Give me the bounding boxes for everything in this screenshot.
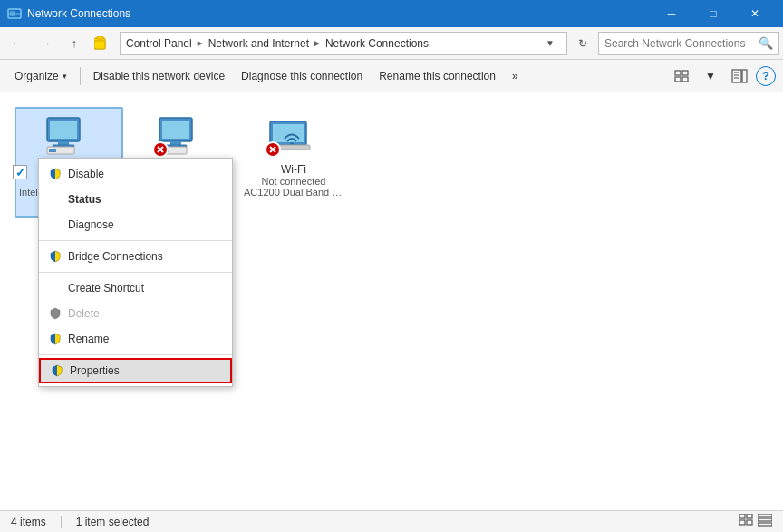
rename-button[interactable]: Rename this connection [372,63,503,89]
ctx-sep-2 [39,272,232,273]
breadcrumb-network-connections: Network Connections [325,37,429,50]
network-item-wifi[interactable]: Wi-Fi Not connected AC1200 Dual Band Wir… [239,107,348,218]
window-title: Network Connections [27,7,651,20]
search-icon[interactable]: 🔍 [759,36,773,50]
close-button[interactable]: ✕ [734,0,776,27]
svg-rect-11 [742,70,747,82]
statusbar: 4 items 1 item selected [0,510,783,532]
addressbar: ← → ↑ Control Panel ► Network and Intern… [0,27,783,60]
svg-rect-4 [94,41,105,49]
ctx-disable[interactable]: Disable [39,161,232,187]
ctx-status-label: Status [68,193,102,206]
breadcrumb-bar: Control Panel ► Network and Internet ► N… [120,32,567,55]
help-button[interactable]: ? [756,66,776,86]
refresh-button[interactable]: ↻ [571,32,594,55]
ctx-rename-label: Rename [68,333,109,345]
ctx-shortcut[interactable]: Create Shortcut [39,276,232,301]
titlebar: Network Connections ─ □ ✕ [0,0,783,27]
diagnose-button[interactable]: Diagnose this connection [234,63,370,89]
up-button[interactable]: ↑ [62,31,87,56]
selected-count: 1 item selected [76,516,150,528]
statusbar-grid-icon[interactable] [740,514,754,529]
view-options-button[interactable] [669,63,694,89]
svg-rect-17 [58,141,69,145]
toolbar-right: ▼ ? [669,63,776,89]
ctx-delete[interactable]: Delete [39,301,232,326]
search-input[interactable] [604,37,759,50]
preview-pane-button[interactable] [727,63,752,89]
svg-rect-20 [49,149,56,152]
diagnose-label: Diagnose this connection [241,70,362,82]
search-box: 🔍 [598,32,779,55]
wifi-name: Wi-Fi [281,163,306,176]
window-icon [7,6,22,21]
svg-rect-8 [675,77,681,82]
disable-network-button[interactable]: Disable this network device [86,63,232,89]
ctx-shortcut-label: Create Shortcut [68,282,144,295]
view-dropdown-button[interactable]: ▼ [698,63,723,89]
disable-label: Disable this network device [93,70,225,82]
more-button[interactable]: » [505,63,526,89]
svg-rect-39 [740,520,745,525]
ctx-diagnose-label: Diagnose [68,218,114,231]
delete-shield-icon [48,306,63,321]
back-button[interactable]: ← [4,31,29,56]
svg-rect-43 [758,523,772,526]
bridge-shield-icon [48,249,63,264]
svg-rect-42 [758,518,772,521]
context-menu: Disable Status Diagnose Bridge Connectio… [38,158,233,387]
ethernet0-checkbox[interactable]: ✓ [13,165,27,179]
statusbar-right [740,514,772,529]
statusbar-sep [61,516,62,528]
ethernet0-icon [40,116,98,160]
window-controls: ─ □ ✕ [651,0,776,27]
breadcrumb-control-panel[interactable]: Control Panel [126,37,192,50]
ctx-status[interactable]: Status [39,187,232,212]
svg-rect-37 [740,514,745,518]
rename-label: Rename this connection [379,70,496,82]
address-dropdown[interactable]: ▼ [539,32,561,55]
svg-rect-41 [758,514,772,517]
toolbar-sep-1 [80,67,81,85]
organize-chevron: ▾ [63,72,67,81]
maximize-button[interactable]: □ [692,0,734,27]
ctx-sep-3 [39,354,232,355]
svg-rect-5 [97,36,103,39]
wifi-icon [265,116,323,160]
svg-rect-38 [747,514,752,518]
forward-button[interactable]: → [33,31,58,56]
ctx-properties-label: Properties [70,364,120,377]
properties-shield-icon [50,363,64,378]
ctx-rename[interactable]: Rename [39,326,232,352]
main-content: Ethernet0 tsunami Intel(R) 82574L Gigabi… [0,92,783,510]
item-count: 4 items [11,516,46,528]
toolbar: Organize ▾ Disable this network device D… [0,60,783,92]
breadcrumb-network-internet[interactable]: Network and Internet [208,37,309,50]
breadcrumb-sep-1: ► [196,38,205,48]
checkbox-check: ✓ [15,166,25,179]
svg-rect-16 [50,121,77,139]
ctx-bridge[interactable]: Bridge Connections [39,244,232,269]
rename-shield-icon [48,332,63,346]
disable-shield-icon [48,167,63,181]
ctx-delete-label: Delete [68,307,100,320]
svg-rect-7 [682,71,688,75]
organize-button[interactable]: Organize ▾ [7,63,74,89]
wifi-sub: Not connected [262,176,326,187]
ctx-diagnose[interactable]: Diagnose [39,212,232,237]
statusbar-list-icon[interactable] [758,514,772,529]
svg-rect-9 [682,77,688,82]
ethernet1-icon [152,116,210,160]
svg-rect-10 [732,70,741,82]
ctx-sep-1 [39,240,232,241]
organize-label: Organize [14,70,59,82]
ctx-disable-label: Disable [68,168,104,180]
svg-rect-6 [675,71,681,75]
ctx-bridge-label: Bridge Connections [68,250,163,263]
wifi-sub2: AC1200 Dual Band Wir... [244,187,343,198]
more-chevron: » [512,70,518,82]
ctx-properties[interactable]: Properties [39,358,232,383]
minimize-button[interactable]: ─ [651,0,692,27]
svg-rect-23 [170,141,181,145]
svg-rect-22 [162,121,189,139]
